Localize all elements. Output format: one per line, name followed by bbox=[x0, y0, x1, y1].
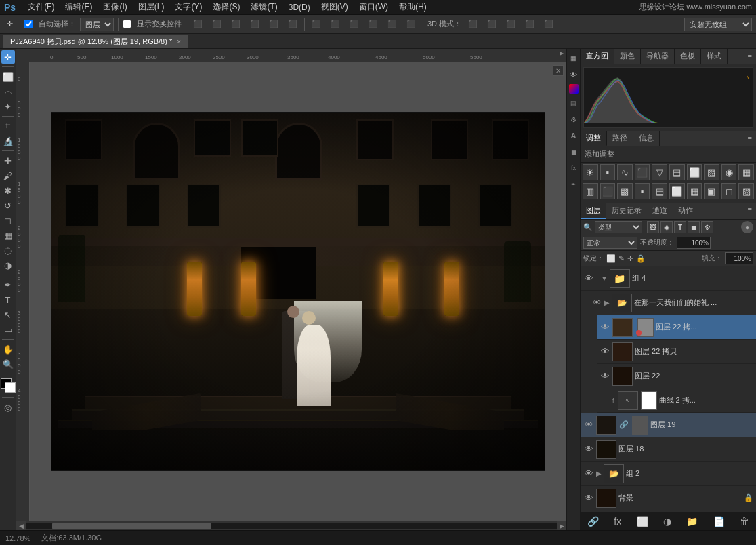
align-btn6[interactable]: ⬛ bbox=[285, 18, 300, 30]
adj-selectivecolor[interactable]: ⬜ bbox=[669, 183, 685, 199]
dodge-tool[interactable]: ◑ bbox=[1, 258, 15, 272]
panel-menu-btn[interactable]: ≡ bbox=[744, 49, 756, 64]
canvas-scrollbar-horizontal[interactable]: ◀ ▶ bbox=[16, 521, 566, 530]
adj-extra4[interactable]: ▧ bbox=[738, 183, 754, 199]
filter-smart[interactable]: ⚙ bbox=[701, 221, 713, 233]
shape-tool[interactable]: ▭ bbox=[1, 323, 15, 336]
fill-input[interactable] bbox=[725, 252, 753, 264]
crop-tool[interactable]: ⌗ bbox=[1, 119, 15, 133]
subgroup-arrow[interactable]: ▶ bbox=[604, 299, 610, 306]
show-transform-checkbox[interactable] bbox=[123, 20, 131, 28]
gradient-tool[interactable]: ▦ bbox=[1, 228, 15, 242]
3d-btn1[interactable]: ⬛ bbox=[465, 18, 480, 30]
layers-list[interactable]: 👁 ▼ 📁 组 4 👁 ▶ 📂 在那一天我们们的婚礼 ... 👁 bbox=[581, 266, 756, 512]
lock-position[interactable]: ✛ bbox=[627, 254, 633, 263]
layer-vis-layer18[interactable]: 👁 bbox=[583, 444, 594, 455]
menu-edit[interactable]: 编辑(E) bbox=[60, 0, 98, 14]
distribute-btn4[interactable]: ⬛ bbox=[366, 18, 381, 30]
panel-icon-eye[interactable]: 👁 bbox=[567, 68, 581, 81]
adj-brightness[interactable]: ☀ bbox=[583, 164, 598, 180]
menu-help[interactable]: 帮助(H) bbox=[394, 0, 432, 14]
hand-tool[interactable]: ✋ bbox=[1, 342, 15, 356]
tab-close-btn[interactable]: × bbox=[177, 38, 181, 45]
panel-icon-gradient[interactable]: ▤ bbox=[567, 96, 581, 110]
tab-info[interactable]: 信息 bbox=[633, 131, 660, 146]
adj-invert[interactable]: ⬛ bbox=[600, 183, 616, 199]
layer-item-curve2copy[interactable]: 👁 f ∿ 曲线 2 拷... bbox=[597, 388, 756, 413]
adj-posterize[interactable]: ▩ bbox=[617, 183, 633, 199]
new-group-btn[interactable]: 📁 bbox=[684, 514, 700, 528]
tab-navigator[interactable]: 导航器 bbox=[641, 49, 675, 64]
adj-curves[interactable]: ∿ bbox=[617, 164, 633, 180]
filter-toggle[interactable]: ● bbox=[741, 221, 753, 233]
align-btn4[interactable]: ⬛ bbox=[247, 18, 262, 30]
layer-item-layer19[interactable]: 👁 🔗 图层 19 bbox=[581, 413, 756, 437]
quick-mask-tool[interactable]: ◎ bbox=[1, 401, 15, 414]
panel-icon-type[interactable]: A bbox=[567, 129, 581, 142]
pen-tool[interactable]: ✒ bbox=[1, 278, 15, 291]
link-layers-btn[interactable]: 🔗 bbox=[585, 514, 602, 528]
heal-tool[interactable]: ✚ bbox=[1, 154, 15, 167]
distribute-btn2[interactable]: ⬛ bbox=[328, 18, 343, 30]
adj-threshold[interactable]: ▪ bbox=[635, 183, 650, 199]
tab-style[interactable]: 样式 bbox=[701, 49, 728, 64]
layer-select[interactable]: 图层 bbox=[80, 18, 114, 31]
marquee-tool[interactable]: ⬜ bbox=[1, 70, 15, 83]
filter-shape[interactable]: ◼ bbox=[688, 221, 700, 233]
scroll-right-btn[interactable]: ▶ bbox=[557, 521, 566, 531]
layer-item-subgroup[interactable]: 👁 ▶ 📂 在那一天我们们的婚礼 ... bbox=[589, 291, 756, 315]
new-adj-btn[interactable]: ◑ bbox=[660, 514, 674, 528]
add-style-btn[interactable]: fx bbox=[611, 514, 624, 528]
3d-btn5[interactable]: ⬛ bbox=[541, 18, 556, 30]
layers-menu-btn[interactable]: ≡ bbox=[744, 203, 756, 219]
history-brush-tool[interactable]: ↺ bbox=[1, 199, 15, 212]
scroll-left-btn[interactable]: ◀ bbox=[16, 521, 26, 531]
eraser-tool[interactable]: ◻ bbox=[1, 214, 15, 227]
panel-icon-path[interactable]: ✒ bbox=[567, 178, 581, 191]
align-btn3[interactable]: ⬛ bbox=[228, 18, 243, 30]
3d-btn2[interactable]: ⬛ bbox=[484, 18, 499, 30]
tab-paths[interactable]: 路径 bbox=[607, 131, 633, 146]
layer-item-background[interactable]: 👁 背景 🔒 bbox=[581, 486, 756, 510]
align-btn5[interactable]: ⬛ bbox=[266, 18, 281, 30]
distribute-btn6[interactable]: ⬛ bbox=[404, 18, 419, 30]
path-select-tool[interactable]: ↖ bbox=[1, 308, 15, 321]
menu-filter[interactable]: 滤镜(T) bbox=[245, 0, 282, 14]
filter-pixel[interactable]: 🖼 bbox=[647, 221, 659, 233]
adj-bw[interactable]: ▨ bbox=[704, 164, 719, 180]
layer-vis-layer22[interactable]: 👁 bbox=[600, 371, 610, 382]
menu-layer[interactable]: 图层(L) bbox=[133, 0, 170, 14]
layer-item-layer22copy2[interactable]: 👁 图层 22 拷贝 bbox=[597, 340, 756, 364]
layer-vis-layer19[interactable]: 👁 bbox=[583, 420, 594, 430]
canvas-view[interactable]: ✕ bbox=[30, 62, 566, 521]
tab-actions[interactable]: 动作 bbox=[673, 203, 698, 219]
layer-item-layer18[interactable]: 👁 图层 18 bbox=[581, 437, 756, 462]
distribute-btn3[interactable]: ⬛ bbox=[347, 18, 362, 30]
adj-photofilter[interactable]: ◉ bbox=[721, 164, 737, 180]
panel-icon-settings[interactable]: ⚙ bbox=[567, 113, 581, 126]
distribute-btn1[interactable]: ⬛ bbox=[309, 18, 324, 30]
lock-all[interactable]: 🔒 bbox=[636, 254, 646, 263]
adj-exposure[interactable]: ⬛ bbox=[635, 164, 650, 180]
opacity-input[interactable] bbox=[677, 237, 711, 249]
zoom-tool[interactable]: 🔍 bbox=[1, 357, 15, 371]
align-btn2[interactable]: ⬛ bbox=[209, 18, 224, 30]
ruler-arrow-right[interactable]: ▶ bbox=[560, 50, 564, 56]
user-select[interactable]: 安超无敌组 bbox=[684, 18, 752, 31]
tab-layers[interactable]: 图层 bbox=[581, 203, 606, 219]
lock-image[interactable]: ✎ bbox=[618, 254, 625, 263]
tab-history[interactable]: 历史记录 bbox=[606, 203, 647, 219]
layer-vis-layer22copy[interactable]: 👁 bbox=[600, 322, 610, 333]
auto-select-checkbox[interactable] bbox=[24, 20, 33, 28]
tab-swatch[interactable]: 色板 bbox=[675, 49, 701, 64]
menu-select[interactable]: 选择(S) bbox=[207, 0, 245, 14]
magic-wand-tool[interactable]: ✦ bbox=[1, 100, 15, 113]
document-tab[interactable]: PJ2A6940 拷贝.psd @ 12.8% (图层 19, RGB/8) *… bbox=[3, 35, 188, 48]
blend-mode-select[interactable]: 正常 bbox=[583, 237, 637, 249]
menu-window[interactable]: 窗口(W) bbox=[354, 0, 394, 14]
layer-item-group2[interactable]: 👁 ▶ 📂 组 2 bbox=[581, 462, 756, 486]
menu-image[interactable]: 图像(I) bbox=[98, 0, 132, 14]
canvas-arrow-close[interactable]: ✕ bbox=[553, 65, 564, 76]
adj-vibrance[interactable]: ▽ bbox=[652, 164, 667, 180]
adj-channel-mixer[interactable]: ▦ bbox=[738, 164, 754, 180]
